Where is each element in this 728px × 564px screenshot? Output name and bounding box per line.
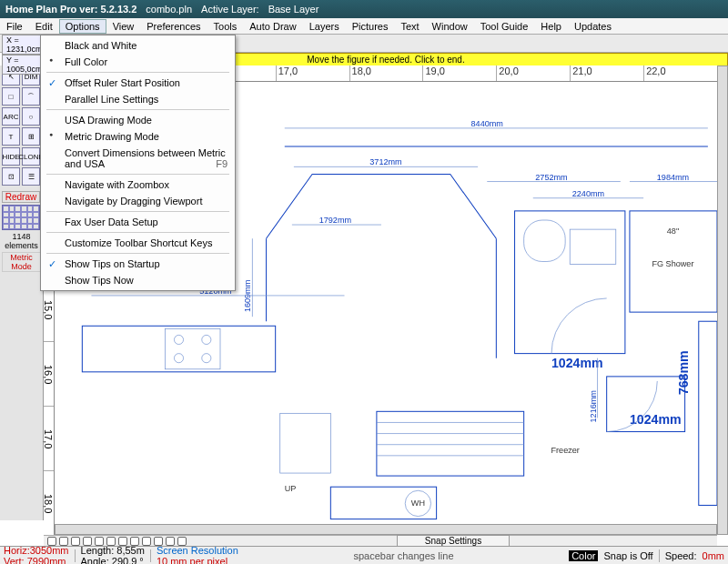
menu-item-usa-drawing-mode[interactable]: USA Drawing Mode bbox=[41, 112, 235, 128]
menu-layers[interactable]: Layers bbox=[303, 19, 346, 34]
svg-rect-48 bbox=[699, 321, 717, 505]
svg-text:1792mm: 1792mm bbox=[319, 216, 351, 225]
svg-rect-25 bbox=[82, 326, 275, 372]
status-res-value: 10 mm per pixel bbox=[157, 556, 238, 565]
menu-item-full-color[interactable]: Full Color bbox=[41, 54, 235, 70]
ruler-tick: 20,0 bbox=[496, 65, 570, 81]
svg-text:768mm: 768mm bbox=[676, 350, 691, 395]
ruler-tick: 18,0 bbox=[349, 65, 423, 81]
layer-label: Active Layer: bbox=[201, 4, 259, 15]
pattern-grid[interactable] bbox=[2, 205, 40, 230]
file-name: combo.pln bbox=[146, 4, 192, 15]
ruler-tick: 17,0 bbox=[276, 65, 349, 81]
svg-text:Freezer: Freezer bbox=[551, 446, 579, 455]
svg-rect-43 bbox=[280, 413, 331, 473]
svg-rect-37 bbox=[377, 411, 524, 476]
ruler-tick: 18,0 bbox=[44, 470, 54, 535]
element-count: 1148 elements bbox=[2, 232, 41, 250]
menu-tool-guide[interactable]: Tool Guide bbox=[474, 19, 535, 34]
svg-text:WH: WH bbox=[411, 499, 425, 508]
tool-palette: ↖DIM□⌒ARC○T⊞HIDECLONE⊡☰Redraw1148 elemen… bbox=[0, 65, 44, 520]
menu-item-black-and-white[interactable]: Black and White bbox=[41, 37, 235, 54]
menu-item-customize-toolbar-shortcut-key[interactable]: Customize Toolbar Shortcut Keys bbox=[41, 235, 235, 251]
menu-item-offset-ruler-start-position[interactable]: Offset Ruler Start Position bbox=[41, 75, 235, 91]
status-vert: Vert: 7990mm bbox=[4, 556, 69, 565]
svg-text:1984mm: 1984mm bbox=[657, 173, 689, 182]
menu-item-show-tips-on-startup[interactable]: Show Tips on Startup bbox=[41, 256, 235, 272]
menu-item-parallel-line-settings[interactable]: Parallel Line Settings bbox=[41, 91, 235, 107]
scrollbar-vertical[interactable] bbox=[717, 65, 728, 535]
svg-text:3712mm: 3712mm bbox=[369, 157, 401, 166]
ruler-tick: 21,0 bbox=[570, 65, 643, 81]
menu-item-navigate-by-dragging-viewport[interactable]: Navigate by Dragging Viewport bbox=[41, 193, 235, 209]
status-res-label: Screen Resolution bbox=[157, 545, 238, 556]
svg-point-30 bbox=[202, 354, 211, 363]
menu-file[interactable]: File bbox=[0, 19, 29, 34]
svg-point-27 bbox=[174, 335, 183, 344]
menu-item-metric-drawing-mode[interactable]: Metric Drawing Mode bbox=[41, 128, 235, 145]
menu-options[interactable]: Options bbox=[59, 19, 106, 34]
menu-window[interactable]: Window bbox=[426, 19, 474, 34]
app-title: Home Plan Pro ver: 5.2.13.2 bbox=[5, 4, 136, 15]
svg-rect-26 bbox=[165, 328, 220, 368]
svg-text:48": 48" bbox=[667, 227, 679, 236]
tool-button[interactable]: ⊡ bbox=[2, 167, 20, 186]
menu-preferences[interactable]: Preferences bbox=[140, 19, 207, 34]
tool-button[interactable]: □ bbox=[2, 87, 20, 106]
svg-text:2240mm: 2240mm bbox=[572, 189, 604, 198]
menu-view[interactable]: View bbox=[106, 19, 141, 34]
menu-item-navigate-with-zoombox[interactable]: Navigate with Zoombox bbox=[41, 176, 235, 193]
svg-text:1609mm: 1609mm bbox=[243, 280, 252, 312]
svg-text:FG Shower: FG Shower bbox=[652, 259, 693, 268]
tool-button[interactable]: CLONE bbox=[22, 147, 40, 166]
snap-toggle[interactable] bbox=[71, 537, 80, 546]
ruler-tick: 19,0 bbox=[422, 65, 496, 81]
menu-auto-draw[interactable]: Auto Draw bbox=[243, 19, 302, 34]
svg-text:1024mm: 1024mm bbox=[551, 356, 603, 370]
mode-indicator: Metric Mode bbox=[2, 252, 41, 272]
scrollbar-horizontal[interactable] bbox=[55, 524, 717, 535]
svg-rect-18 bbox=[524, 220, 566, 262]
ruler-tick: 22,0 bbox=[643, 65, 717, 81]
options-menu-dropdown: Black and WhiteFull ColorOffset Ruler St… bbox=[40, 35, 236, 291]
tool-button[interactable]: ⌒ bbox=[22, 87, 40, 106]
menu-item-fax-user-data-setup[interactable]: Fax User Data Setup bbox=[41, 214, 235, 230]
status-angle: Angle: 290,9 ° bbox=[81, 556, 145, 565]
tool-button[interactable]: HIDE bbox=[2, 147, 20, 166]
svg-text:UP: UP bbox=[285, 484, 297, 493]
menu-updates[interactable]: Updates bbox=[568, 19, 618, 34]
menu-item-convert-dimensions-between-met[interactable]: Convert Dimensions between Metric and US… bbox=[41, 145, 235, 172]
menu-text[interactable]: Text bbox=[394, 19, 425, 34]
tool-button[interactable]: ○ bbox=[22, 107, 40, 126]
svg-text:1216mm: 1216mm bbox=[589, 390, 598, 422]
menu-help[interactable]: Help bbox=[534, 19, 568, 34]
menu-bar: FileEditOptionsViewPreferencesToolsAuto … bbox=[0, 18, 728, 35]
status-horiz: Horiz:3050mm bbox=[4, 545, 69, 556]
menu-pictures[interactable]: Pictures bbox=[346, 19, 395, 34]
menu-item-show-tips-now[interactable]: Show Tips Now bbox=[41, 272, 235, 288]
svg-text:1024mm: 1024mm bbox=[630, 412, 682, 427]
tool-button[interactable]: ⊞ bbox=[22, 127, 40, 146]
status-speed-label: Speed: bbox=[665, 550, 697, 561]
status-length: Length: 8,55m bbox=[81, 545, 145, 556]
color-button[interactable]: Color bbox=[569, 550, 598, 561]
layer-value: Base Layer bbox=[268, 4, 319, 15]
snap-bar: Snap Settings bbox=[44, 535, 717, 546]
svg-rect-19 bbox=[570, 229, 616, 264]
tool-button[interactable]: ARC bbox=[2, 107, 20, 126]
status-speed-value: 0mm bbox=[703, 550, 724, 561]
menu-edit[interactable]: Edit bbox=[29, 19, 59, 34]
tool-button[interactable]: T bbox=[2, 127, 20, 146]
tool-button[interactable]: ☰ bbox=[22, 167, 40, 186]
svg-text:2752mm: 2752mm bbox=[535, 173, 567, 182]
svg-text:8440mm: 8440mm bbox=[471, 119, 503, 128]
status-bar: Horiz:3050mm Vert: 7990mm Length: 8,55m … bbox=[0, 546, 728, 564]
ruler-tick: 17,0 bbox=[44, 406, 54, 470]
status-hint: spacebar changes line bbox=[244, 550, 563, 561]
status-snap: Snap is Off bbox=[603, 550, 652, 561]
menu-tools[interactable]: Tools bbox=[207, 19, 244, 34]
ruler-tick: 16,0 bbox=[44, 341, 54, 406]
svg-point-28 bbox=[202, 335, 211, 344]
svg-point-29 bbox=[174, 354, 183, 363]
redraw-button[interactable]: Redraw bbox=[2, 191, 40, 203]
